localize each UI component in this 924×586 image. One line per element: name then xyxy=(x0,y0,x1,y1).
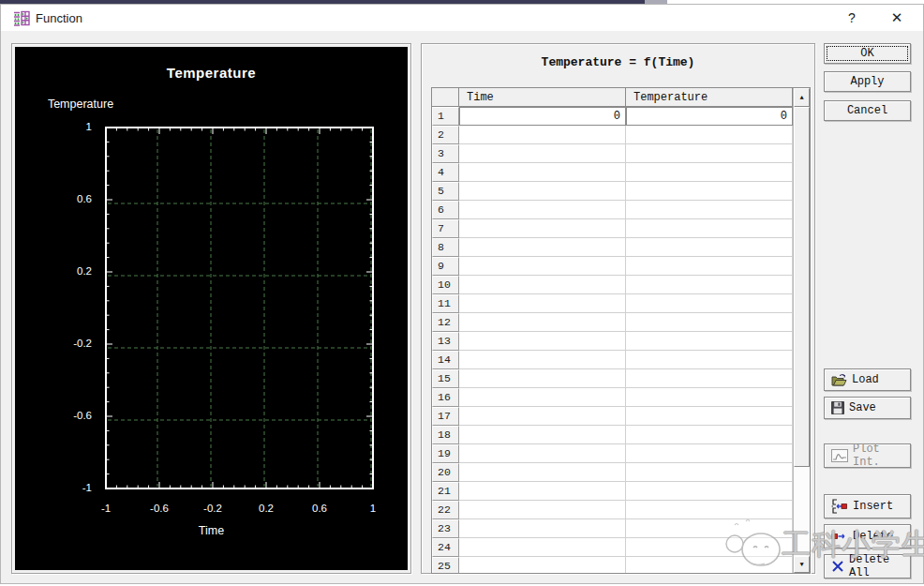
column-header-time[interactable]: Time xyxy=(459,88,626,106)
cell-temperature[interactable] xyxy=(626,407,793,426)
scroll-down-icon[interactable]: ▼ xyxy=(794,556,810,573)
row-number[interactable]: 6 xyxy=(432,201,459,219)
row-number[interactable]: 20 xyxy=(432,463,459,482)
cancel-button[interactable]: Cancel xyxy=(824,100,911,121)
delete-label: Delete xyxy=(853,530,893,543)
plot-int-button[interactable]: Plot Int. xyxy=(824,443,911,468)
row-number[interactable]: 19 xyxy=(432,444,459,463)
table-row: 24 xyxy=(432,538,793,557)
y-tick-label: -0.6 xyxy=(54,410,92,421)
help-button[interactable]: ? xyxy=(833,5,871,31)
cell-time[interactable] xyxy=(459,257,626,276)
row-number[interactable]: 15 xyxy=(432,369,459,388)
row-number[interactable]: 17 xyxy=(432,407,459,426)
row-number[interactable]: 18 xyxy=(432,426,459,444)
row-number[interactable]: 10 xyxy=(432,276,459,294)
row-number[interactable]: 9 xyxy=(432,257,459,276)
row-number[interactable]: 12 xyxy=(432,313,459,332)
cell-time[interactable] xyxy=(459,426,626,444)
row-number[interactable]: 1 xyxy=(432,107,459,126)
apply-button[interactable]: Apply xyxy=(824,71,911,92)
cell-temperature[interactable] xyxy=(626,369,793,388)
ok-button[interactable]: OK xyxy=(824,43,911,64)
cell-time[interactable] xyxy=(459,463,626,482)
row-number[interactable]: 16 xyxy=(432,388,459,407)
row-number[interactable]: 22 xyxy=(432,501,459,519)
cell-temperature[interactable] xyxy=(626,444,793,463)
row-number[interactable]: 11 xyxy=(432,294,459,313)
save-button[interactable]: Save xyxy=(824,397,911,419)
row-number[interactable]: 5 xyxy=(432,182,459,201)
cell-time[interactable] xyxy=(459,444,626,463)
scrollbar-track[interactable] xyxy=(794,467,810,556)
row-number[interactable]: 21 xyxy=(432,482,459,501)
cell-temperature[interactable] xyxy=(626,219,793,238)
load-button[interactable]: Load xyxy=(824,368,911,391)
cell-time[interactable] xyxy=(459,407,626,426)
scroll-up-icon[interactable]: ▲ xyxy=(794,88,810,107)
cell-time[interactable] xyxy=(459,332,626,351)
cell-temperature[interactable] xyxy=(626,163,793,182)
row-number[interactable]: 7 xyxy=(432,219,459,238)
cell-temperature[interactable] xyxy=(626,313,793,332)
cell-time[interactable] xyxy=(459,294,626,313)
cell-temperature[interactable] xyxy=(626,482,793,501)
cell-temperature[interactable] xyxy=(626,388,793,407)
row-number[interactable]: 24 xyxy=(432,538,459,557)
cell-temperature[interactable]: 0 xyxy=(626,107,793,126)
value-table: Time Temperature 10023456789101112131415… xyxy=(431,87,811,574)
cell-time[interactable] xyxy=(459,182,626,201)
cell-time[interactable] xyxy=(459,126,626,144)
delete-button[interactable]: Delete xyxy=(824,524,911,548)
cell-time[interactable] xyxy=(459,351,626,369)
table-row: 9 xyxy=(432,257,793,276)
cell-time[interactable] xyxy=(459,482,626,501)
table-row: 12 xyxy=(432,313,793,332)
row-number[interactable]: 4 xyxy=(432,163,459,182)
cell-temperature[interactable] xyxy=(626,144,793,163)
cell-temperature[interactable] xyxy=(626,519,793,538)
cell-temperature[interactable] xyxy=(626,557,793,573)
cell-temperature[interactable] xyxy=(626,276,793,294)
column-header-temperature[interactable]: Temperature xyxy=(626,88,793,106)
cell-temperature[interactable] xyxy=(626,201,793,219)
cell-time[interactable] xyxy=(459,388,626,407)
cell-time[interactable] xyxy=(459,557,626,573)
cell-time[interactable] xyxy=(459,276,626,294)
row-number[interactable]: 14 xyxy=(432,351,459,369)
cell-time[interactable] xyxy=(459,163,626,182)
cell-temperature[interactable] xyxy=(626,351,793,369)
cell-temperature[interactable] xyxy=(626,538,793,557)
cell-temperature[interactable] xyxy=(626,332,793,351)
cell-time[interactable] xyxy=(459,538,626,557)
cell-temperature[interactable] xyxy=(626,182,793,201)
cell-time[interactable] xyxy=(459,501,626,519)
cell-time[interactable]: 0 xyxy=(459,107,626,126)
cell-time[interactable] xyxy=(459,219,626,238)
cell-time[interactable] xyxy=(459,313,626,332)
cell-temperature[interactable] xyxy=(626,126,793,144)
row-number[interactable]: 3 xyxy=(432,144,459,163)
close-button[interactable]: ✕ xyxy=(878,5,916,31)
cell-temperature[interactable] xyxy=(626,426,793,444)
cell-temperature[interactable] xyxy=(626,238,793,257)
row-number[interactable]: 13 xyxy=(432,332,459,351)
delete-all-button[interactable]: Delete All xyxy=(824,554,911,578)
table-scrollbar[interactable]: ▲ ▼ xyxy=(793,88,810,573)
insert-button[interactable]: Insert xyxy=(824,494,911,518)
cell-time[interactable] xyxy=(459,201,626,219)
cell-temperature[interactable] xyxy=(626,463,793,482)
row-number[interactable]: 2 xyxy=(432,126,459,144)
cell-temperature[interactable] xyxy=(626,501,793,519)
cell-temperature[interactable] xyxy=(626,257,793,276)
cell-time[interactable] xyxy=(459,144,626,163)
row-number[interactable]: 23 xyxy=(432,519,459,538)
row-number[interactable]: 8 xyxy=(432,238,459,257)
cell-time[interactable] xyxy=(459,519,626,538)
row-number[interactable]: 25 xyxy=(432,557,459,573)
table-row: 16 xyxy=(432,388,793,407)
cell-time[interactable] xyxy=(459,238,626,257)
cell-time[interactable] xyxy=(459,369,626,388)
cell-temperature[interactable] xyxy=(626,294,793,313)
scrollbar-thumb[interactable] xyxy=(794,107,810,467)
